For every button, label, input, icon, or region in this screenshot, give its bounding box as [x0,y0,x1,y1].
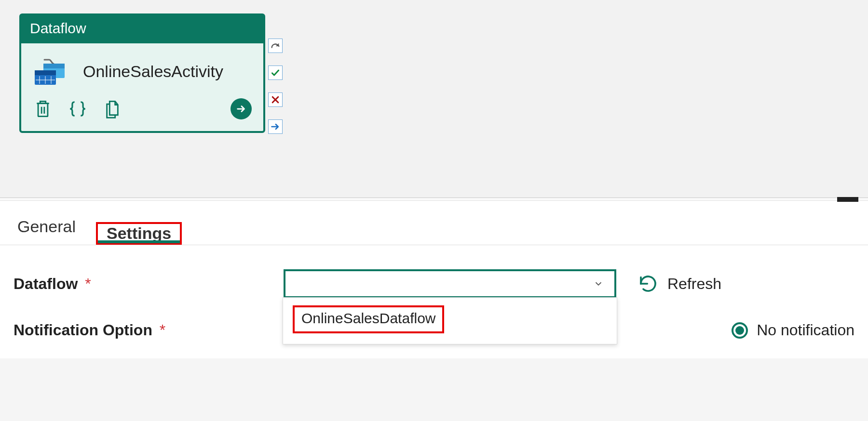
redo-connector[interactable] [268,39,283,53]
success-connector[interactable] [268,66,283,80]
tab-settings[interactable]: Settings [96,222,182,245]
notification-radio-none-label: No notification [757,321,854,339]
dataflow-option-onlinesales[interactable]: OnlineSalesDataflow [293,305,444,333]
code-braces-icon[interactable] [68,99,87,118]
failure-connector[interactable] [268,92,283,107]
dataflow-dropdown[interactable] [284,269,616,298]
completion-connector[interactable] [268,119,283,134]
delete-icon[interactable] [35,99,51,118]
run-arrow-button[interactable] [231,98,252,119]
dataflow-activity-icon [34,57,68,86]
properties-tabs: General Settings [0,201,868,245]
svg-rect-4 [35,70,56,75]
chevron-down-icon [593,278,604,289]
activity-name: OnlineSalesActivity [83,62,223,81]
required-marker: * [85,275,91,292]
refresh-label: Refresh [667,275,721,293]
pane-divider[interactable] [0,198,868,201]
copy-icon[interactable] [104,99,121,118]
resize-handle[interactable] [837,197,858,202]
svg-rect-2 [43,64,65,68]
notification-label-text: Notification Option [14,321,152,339]
radio-selected-icon [732,322,748,339]
notification-radio-none[interactable]: No notification [732,321,854,339]
svg-rect-9 [38,104,48,117]
tab-general[interactable]: General [14,214,80,245]
dataflow-label-text: Dataflow [14,275,78,292]
activity-type-label: Dataflow [21,15,263,43]
refresh-icon [638,274,658,293]
dataflow-dropdown-panel: OnlineSalesDataflow [283,297,617,344]
dataflow-activity-card[interactable]: Dataflow OnlineS [19,13,265,133]
dataflow-label: Dataflow * [14,275,284,293]
properties-pane: General Settings Dataflow * On [0,197,868,358]
dataflow-field-row: Dataflow * OnlineSalesDataflow [14,269,854,298]
activity-side-actions [268,39,283,134]
required-marker: * [160,321,165,339]
refresh-button[interactable]: Refresh [638,274,721,293]
pipeline-canvas[interactable]: Dataflow OnlineS [0,0,868,197]
notification-label: Notification Option * [14,321,284,339]
